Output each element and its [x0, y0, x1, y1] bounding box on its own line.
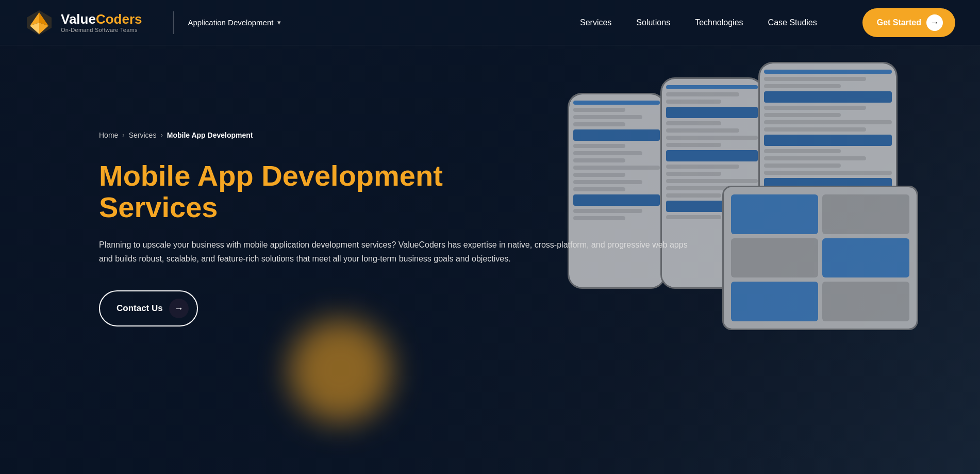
nav-link-case-studies[interactable]: Case Studies: [768, 18, 817, 27]
hero-section: ValueCoders On-Demand Software Teams App…: [0, 0, 980, 474]
nav-divider: [173, 11, 174, 34]
logo-icon: [25, 8, 54, 37]
hero-title: Mobile App Development Services: [99, 160, 522, 223]
right-arrow-icon: →: [926, 14, 943, 31]
navbar: ValueCoders On-Demand Software Teams App…: [0, 0, 980, 45]
get-started-button[interactable]: Get Started →: [862, 8, 955, 37]
breadcrumb-home[interactable]: Home: [99, 131, 118, 139]
logo-area[interactable]: ValueCoders On-Demand Software Teams: [25, 8, 142, 37]
hero-content: Home › Services › Mobile App Development…: [0, 45, 980, 474]
nav-link-technologies[interactable]: Technologies: [695, 18, 743, 27]
app-dev-dropdown-button[interactable]: Application Development ▾: [188, 18, 281, 27]
chevron-down-icon: ▾: [277, 19, 281, 26]
logo-coders-text: Coders: [96, 11, 142, 27]
logo-value-text: Value: [61, 11, 96, 27]
nav-link-solutions[interactable]: Solutions: [636, 18, 670, 27]
breadcrumb-sep-2: ›: [160, 131, 162, 139]
dropdown-label: Application Development: [188, 18, 274, 27]
logo-name: ValueCoders: [61, 12, 142, 27]
breadcrumb-sep-1: ›: [122, 131, 124, 139]
logo-tagline: On-Demand Software Teams: [61, 27, 142, 33]
contact-us-button[interactable]: Contact Us →: [99, 290, 198, 326]
breadcrumb-services[interactable]: Services: [129, 131, 157, 139]
breadcrumb-current: Mobile App Development: [167, 131, 253, 139]
nav-link-services[interactable]: Services: [580, 18, 611, 27]
hero-description: Planning to upscale your business with m…: [99, 238, 697, 266]
breadcrumb: Home › Services › Mobile App Development: [99, 131, 881, 139]
contact-arrow-icon: →: [169, 299, 189, 318]
get-started-label: Get Started: [877, 18, 921, 27]
logo-text-block: ValueCoders On-Demand Software Teams: [61, 12, 142, 33]
contact-us-label: Contact Us: [117, 303, 163, 314]
nav-links: Services Solutions Technologies Case Stu…: [580, 8, 955, 37]
